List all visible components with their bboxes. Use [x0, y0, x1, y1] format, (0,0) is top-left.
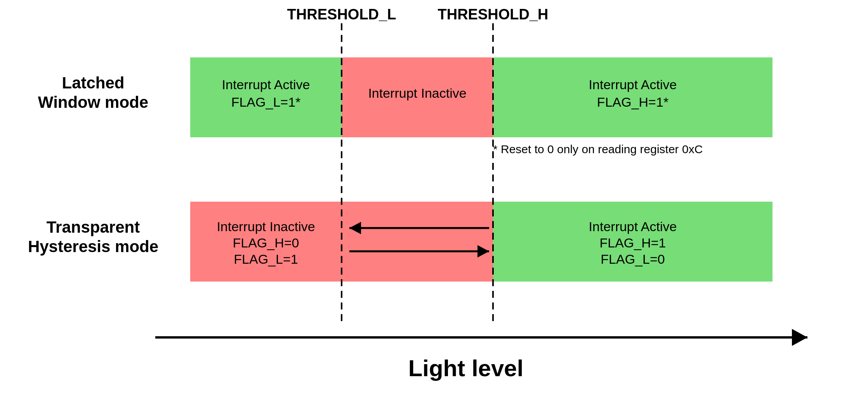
transparent-middle-red	[342, 202, 493, 282]
latched-mode-label-1: Latched	[62, 74, 124, 92]
latched-right-text-2: FLAG_H=1*	[597, 95, 668, 109]
axis-arrow	[792, 329, 807, 346]
transparent-left-text-1: Interrupt Inactive	[217, 219, 315, 234]
transparent-left-text-2: FLAG_H=0	[233, 235, 299, 250]
reset-note: * Reset to 0 only on reading register 0x…	[493, 143, 703, 156]
latched-left-text-2: FLAG_L=1*	[231, 95, 301, 109]
latched-middle-text: Interrupt Inactive	[368, 86, 466, 100]
latched-right-text-1: Interrupt Active	[589, 77, 677, 92]
latched-mode-label-2: Window mode	[38, 93, 148, 111]
threshold-l-label: THRESHOLD_L	[287, 6, 396, 22]
transparent-right-text-3: FLAG_L=0	[601, 252, 665, 266]
transparent-mode-label-1: Transparent	[47, 218, 140, 236]
diagram-container: Interrupt Active FLAG_L=1* Interrupt Ina…	[0, 0, 868, 401]
transparent-mode-label-2: Hysteresis mode	[28, 237, 158, 256]
transparent-right-text-2: FLAG_H=1	[599, 235, 666, 250]
transparent-right-text-1: Interrupt Active	[589, 219, 677, 234]
threshold-h-label: THRESHOLD_H	[437, 6, 548, 22]
axis-label: Light level	[408, 355, 524, 381]
transparent-left-text-3: FLAG_L=1	[234, 252, 298, 266]
latched-left-text-1: Interrupt Active	[222, 77, 310, 92]
